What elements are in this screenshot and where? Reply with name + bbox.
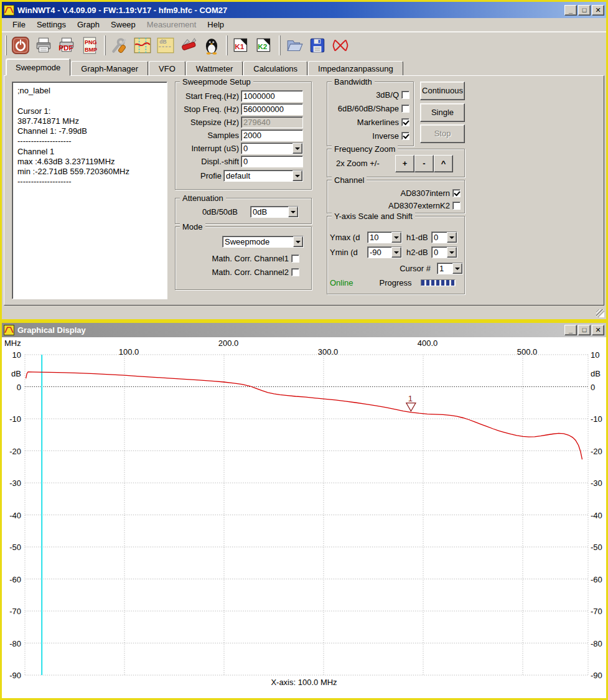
tab-wattmeter[interactable]: Wattmeter bbox=[186, 61, 243, 76]
maximize-button[interactable]: □ bbox=[578, 325, 591, 335]
chevron-down-icon[interactable] bbox=[391, 232, 401, 243]
chevron-down-icon[interactable] bbox=[447, 247, 457, 258]
chevron-down-icon[interactable] bbox=[447, 232, 457, 243]
samples-label: Samples bbox=[177, 131, 239, 140]
single-button[interactable]: Single bbox=[420, 103, 465, 122]
db-scale-button[interactable]: dB bbox=[154, 34, 177, 57]
minimize-button[interactable]: _ bbox=[564, 325, 577, 335]
save-file-button[interactable] bbox=[306, 34, 329, 57]
print-button[interactable] bbox=[32, 34, 55, 57]
menu-help[interactable]: Help bbox=[202, 19, 230, 30]
svg-text:-30: -30 bbox=[591, 478, 602, 488]
print-pdf-button[interactable]: PDF bbox=[55, 34, 78, 57]
menu-settings[interactable]: Settings bbox=[31, 19, 72, 30]
close-button[interactable]: ✕ bbox=[592, 5, 604, 16]
displ-shift-label: Displ.-shift bbox=[177, 157, 239, 166]
svg-text:-80: -80 bbox=[9, 639, 21, 648]
cursor-num-value: 1 bbox=[439, 264, 444, 273]
group-title: Sweepmode Setup bbox=[180, 77, 253, 86]
menu-file[interactable]: File bbox=[7, 19, 31, 30]
zoom-label: 2x Zoom +/- bbox=[336, 159, 380, 168]
ymax-combo[interactable]: 10 bbox=[367, 231, 402, 243]
display-titlebar[interactable]: Graphical Display _ □ ✕ bbox=[2, 323, 606, 337]
minimize-button[interactable]: _ bbox=[564, 5, 577, 16]
ymin-value: -90 bbox=[370, 248, 381, 257]
status-strip bbox=[2, 306, 606, 319]
settings-tools-button[interactable] bbox=[108, 34, 131, 57]
power-button[interactable] bbox=[9, 34, 32, 57]
chevron-down-icon[interactable] bbox=[391, 247, 401, 258]
tab-impedanzanpassung[interactable]: Impedanzanpassung bbox=[308, 61, 403, 76]
open-file-button[interactable] bbox=[283, 34, 306, 57]
pdf-printer-icon: PDF bbox=[57, 36, 76, 55]
markerlines-checkbox[interactable] bbox=[401, 118, 409, 126]
channel2-calibrate-button[interactable]: K2 bbox=[253, 34, 276, 57]
h2-db-combo[interactable]: 0 bbox=[431, 246, 457, 258]
menu-graph[interactable]: Graph bbox=[72, 19, 105, 30]
svg-text:-20: -20 bbox=[9, 447, 21, 456]
displ-shift-input[interactable]: 0 bbox=[241, 156, 303, 167]
ad8307intern-label: AD8307intern bbox=[401, 189, 451, 198]
tab-graph-manager[interactable]: Graph-Manager bbox=[71, 61, 148, 76]
tools-knife-button[interactable] bbox=[177, 34, 200, 57]
ymax-value: 10 bbox=[370, 233, 378, 242]
inverse-label: Inverse bbox=[372, 131, 399, 141]
zoom-reset-button[interactable]: ^ bbox=[434, 155, 453, 172]
chevron-down-icon[interactable] bbox=[292, 170, 302, 181]
samples-input[interactable]: 2000 bbox=[241, 129, 303, 141]
ad8307externk2-checkbox[interactable] bbox=[452, 202, 461, 210]
tab-calculations[interactable]: Calculations bbox=[243, 61, 307, 76]
k2-icon: K2 bbox=[255, 36, 274, 55]
attenuation-combo[interactable]: 0dB bbox=[250, 206, 299, 218]
measurement-info-panel: ;no_label Cursor 1: 387.741871 MHz Chann… bbox=[12, 82, 167, 299]
h1-db-combo[interactable]: 0 bbox=[431, 231, 457, 243]
toolbar-handle[interactable] bbox=[279, 35, 281, 55]
chevron-down-icon[interactable] bbox=[452, 263, 462, 274]
group-title: Mode bbox=[180, 222, 205, 231]
impedance-match-button[interactable] bbox=[329, 34, 352, 57]
ymin-combo[interactable]: -90 bbox=[367, 246, 402, 258]
online-status: Online bbox=[330, 278, 353, 287]
inverse-checkbox[interactable] bbox=[401, 132, 409, 140]
chevron-down-icon[interactable] bbox=[293, 236, 303, 247]
toolbar-handle[interactable] bbox=[226, 35, 228, 55]
3db-q-checkbox[interactable] bbox=[401, 91, 409, 99]
mode-combo[interactable]: Sweepmode bbox=[222, 236, 304, 248]
svg-text:-80: -80 bbox=[591, 639, 602, 648]
chevron-down-icon[interactable] bbox=[292, 143, 302, 154]
3db-q-label: 3dB/Q bbox=[376, 90, 399, 100]
profile-combo[interactable]: default bbox=[223, 170, 303, 182]
math-corr-ch2-checkbox[interactable] bbox=[291, 268, 299, 276]
stop-freq-input[interactable]: 560000000 bbox=[241, 103, 303, 115]
zoom-in-button[interactable]: + bbox=[395, 155, 414, 172]
tab-bar: Sweepmode Graph-Manager VFO Wattmeter Ca… bbox=[4, 58, 604, 76]
6db-60db-shape-checkbox[interactable] bbox=[401, 105, 409, 113]
tab-sweepmode[interactable]: Sweepmode bbox=[6, 58, 70, 76]
interrupt-combo[interactable]: 0 bbox=[241, 142, 303, 154]
math-corr-ch1-checkbox[interactable] bbox=[291, 254, 299, 263]
tab-vfo[interactable]: VFO bbox=[149, 61, 185, 76]
toolbar-handle[interactable] bbox=[104, 35, 106, 55]
group-title: Bandwidth bbox=[332, 77, 375, 86]
menu-sweep[interactable]: Sweep bbox=[105, 19, 141, 30]
zoom-out-button[interactable]: - bbox=[414, 155, 434, 172]
continuous-button[interactable]: Continuous bbox=[420, 82, 465, 100]
sweep-display-button[interactable] bbox=[131, 34, 154, 57]
svg-text:PDF: PDF bbox=[58, 43, 73, 51]
linux-button[interactable] bbox=[200, 34, 223, 57]
channel1-calibrate-button[interactable]: K1 bbox=[230, 34, 253, 57]
svg-text:-10: -10 bbox=[591, 414, 602, 424]
export-image-button[interactable]: PNG BMP bbox=[78, 34, 101, 57]
svg-text:10: 10 bbox=[591, 350, 599, 360]
toolbar-handle[interactable] bbox=[5, 35, 7, 55]
main-titlebar[interactable]: WinNWT4 - V.4.09.09 - FW:1.19:V17 - hfm9… bbox=[2, 2, 606, 18]
svg-text:200.0: 200.0 bbox=[218, 338, 239, 348]
close-button[interactable]: ✕ bbox=[592, 325, 604, 335]
ad8307intern-checkbox[interactable] bbox=[452, 189, 461, 197]
cursor-num-combo[interactable]: 1 bbox=[437, 263, 463, 274]
start-freq-input[interactable]: 1000000 bbox=[241, 90, 303, 102]
maximize-button[interactable]: □ bbox=[578, 5, 591, 16]
stepsize-input: 279640 bbox=[241, 116, 303, 128]
resize-grip[interactable] bbox=[596, 309, 604, 317]
chevron-down-icon[interactable] bbox=[288, 207, 298, 217]
